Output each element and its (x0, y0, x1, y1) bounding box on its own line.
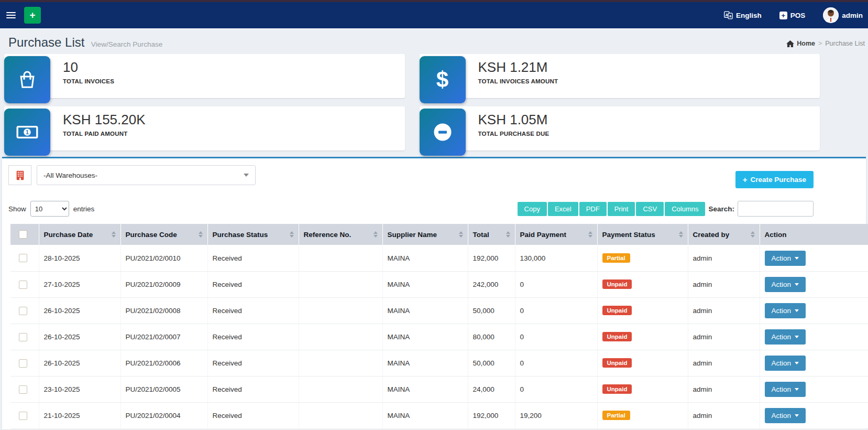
paid-payment-cell: 0 (515, 271, 597, 297)
action-dropdown-button[interactable]: Action (765, 356, 806, 371)
col-purchase-code[interactable]: Purchase Code (120, 224, 207, 245)
plus-icon: + (743, 175, 748, 184)
stat-value: 10 (63, 60, 405, 76)
pdf-button[interactable]: PDF (579, 202, 607, 216)
purchase-status-cell: Received (207, 245, 299, 271)
hamburger-menu-icon[interactable] (2, 5, 20, 26)
supplier-name-cell: MAINA (382, 271, 468, 297)
copy-button[interactable]: Copy (518, 202, 547, 216)
row-checkbox[interactable] (19, 281, 27, 289)
col-paid-payment[interactable]: Paid Payment (515, 224, 597, 245)
warehouse-addon (8, 165, 31, 185)
row-checkbox[interactable] (19, 307, 27, 315)
action-cell: Action (760, 402, 868, 428)
row-checkbox[interactable] (19, 385, 27, 394)
action-cell: Action (760, 324, 868, 350)
status-badge: Unpaid (602, 384, 632, 394)
sort-icon (679, 231, 683, 238)
action-dropdown-button[interactable]: Action (765, 329, 806, 345)
page-length-select[interactable]: 10 (30, 201, 69, 217)
purchase-code-cell: PU/2021/02/0010 (120, 245, 207, 271)
row-select-cell (10, 350, 39, 376)
breadcrumb-separator: > (818, 40, 822, 47)
caret-down-icon (795, 362, 799, 364)
sort-icon (459, 231, 463, 238)
stat-label: TOTAL INVOICES AMOUNT (478, 78, 820, 84)
language-icon: A a (724, 11, 733, 19)
sort-icon (290, 231, 294, 238)
dollar-icon: $ (420, 56, 466, 103)
payment-status-cell: Unpaid (597, 376, 688, 402)
payment-status-cell: Unpaid (597, 271, 688, 297)
action-cell: Action (760, 271, 868, 297)
show-entries-group: Show 10 entries (8, 201, 94, 217)
action-cell: Action (760, 350, 868, 376)
excel-button[interactable]: Excel (548, 202, 578, 216)
total-cell: 24,000 (468, 376, 515, 402)
col-action: Action (760, 224, 868, 245)
svg-text:a: a (729, 14, 731, 18)
quick-add-button[interactable]: + (24, 7, 41, 24)
row-checkbox[interactable] (19, 254, 27, 262)
purchase-date-cell: 23-10-2025 (39, 376, 120, 402)
caret-down-icon (795, 414, 799, 417)
warehouse-select[interactable]: -All Warehouses- (37, 165, 256, 185)
table-row: 23-10-2025 PU/2021/02/0005 Received MAIN… (10, 376, 868, 402)
purchase-code-cell: PU/2021/02/0006 (120, 350, 207, 376)
purchase-status-cell: Received (207, 350, 299, 376)
purchase-code-cell: PU/2021/02/0005 (120, 376, 207, 402)
purchase-date-cell: 26-10-2025 (39, 350, 120, 376)
action-dropdown-button[interactable]: Action (765, 277, 806, 292)
filter-row: -All Warehouses- + Create Purchase (2, 165, 866, 188)
purchase-date-cell: 26-10-2025 (39, 297, 120, 324)
stats-grid: 10 TOTAL INVOICES $ KSH 1.21M TOTAL INVO… (4, 54, 820, 150)
breadcrumb-current: Purchase List (825, 40, 865, 47)
row-checkbox[interactable] (19, 359, 27, 368)
columns-button[interactable]: Columns (665, 202, 705, 216)
col-created-by[interactable]: Created by (688, 224, 760, 245)
action-dropdown-button[interactable]: Action (765, 251, 806, 266)
action-dropdown-button[interactable]: Action (765, 303, 806, 318)
row-checkbox[interactable] (19, 412, 27, 420)
user-menu[interactable]: admin (823, 7, 863, 23)
table-row: 26-10-2025 PU/2021/02/0008 Received MAIN… (10, 297, 868, 324)
supplier-name-cell: MAINA (382, 324, 468, 350)
select-all-checkbox[interactable] (19, 230, 27, 239)
stat-card-total-paid-amount: 1 KSH 155.20K TOTAL PAID AMOUNT (4, 106, 405, 150)
paid-payment-cell: 130,000 (515, 245, 597, 271)
table-row: 26-10-2025 PU/2021/02/0007 Received MAIN… (10, 324, 868, 350)
purchase-status-cell: Received (207, 402, 299, 428)
caret-down-icon (795, 336, 799, 338)
search-label: Search: (708, 205, 734, 213)
purchase-date-cell: 21-10-2025 (39, 402, 120, 428)
reference-no-cell (299, 297, 382, 324)
language-menu[interactable]: A a English (724, 11, 762, 19)
row-checkbox[interactable] (19, 333, 27, 341)
supplier-name-cell: MAINA (382, 350, 468, 376)
col-purchase-date[interactable]: Purchase Date (39, 224, 120, 245)
purchase-status-cell: Received (207, 297, 299, 324)
breadcrumb-home-link[interactable]: Home (786, 40, 815, 47)
total-cell: 50,000 (468, 350, 515, 376)
purchase-status-cell: Received (207, 376, 299, 402)
table-header-row: Purchase Date Purchase Code Purchase Sta… (10, 224, 868, 245)
print-button[interactable]: Print (608, 202, 635, 216)
col-reference-no[interactable]: Reference No. (299, 224, 382, 245)
search-input[interactable] (738, 201, 814, 217)
action-dropdown-button[interactable]: Action (765, 408, 806, 423)
pos-menu[interactable]: + POS (779, 12, 806, 19)
col-supplier-name[interactable]: Supplier Name (382, 224, 468, 245)
action-dropdown-button[interactable]: Action (765, 382, 806, 397)
col-payment-status[interactable]: Payment Status (597, 224, 688, 245)
total-cell: 242,000 (468, 271, 515, 297)
total-cell: 192,000 (468, 245, 515, 271)
sort-icon (112, 231, 116, 238)
create-purchase-button[interactable]: + Create Purchase (735, 171, 814, 188)
col-purchase-status[interactable]: Purchase Status (207, 224, 299, 245)
row-select-cell (10, 245, 39, 271)
col-total[interactable]: Total (468, 224, 515, 245)
paid-payment-cell: 0 (515, 324, 597, 350)
sort-icon (506, 231, 510, 238)
csv-button[interactable]: CSV (636, 202, 664, 216)
row-select-cell (10, 324, 39, 350)
